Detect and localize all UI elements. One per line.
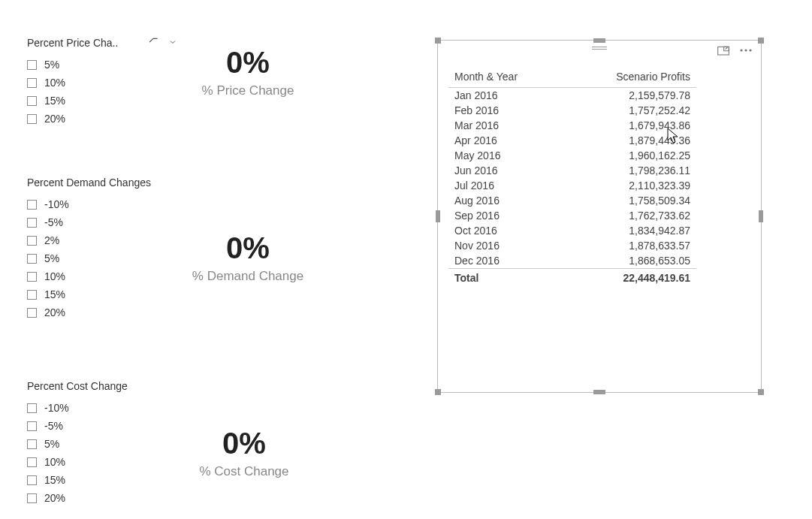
table-cell-value: 1,762,733.62	[564, 208, 696, 223]
card-value: 0%	[146, 233, 349, 263]
table-total-label: Total	[448, 269, 564, 286]
svg-point-2	[744, 49, 747, 51]
checkbox-icon	[27, 403, 37, 413]
slicer-option[interactable]: 20%	[27, 303, 177, 321]
table-cell-month: May 2016	[448, 148, 564, 163]
drag-handle-icon[interactable]	[592, 47, 607, 50]
slicer-option-label: 15%	[44, 288, 65, 300]
table-row[interactable]: Nov 20161,878,633.57	[448, 238, 696, 253]
table-cell-month: Jan 2016	[448, 88, 564, 104]
checkbox-icon	[27, 421, 37, 431]
checkbox-icon	[27, 96, 37, 106]
table-row[interactable]: Oct 20161,834,942.87	[448, 223, 696, 238]
slicer-title: Percent Price Cha..	[27, 37, 149, 49]
checkbox-icon	[27, 78, 37, 88]
resize-handle[interactable]	[759, 210, 763, 222]
slicer-option-label: 5%	[44, 438, 59, 450]
card-cost-change: 0% % Cost Change	[143, 428, 346, 479]
table-cell-month: Jul 2016	[448, 178, 564, 193]
slicer-header: Percent Cost Change	[27, 378, 177, 394]
table-row[interactable]: Mar 20161,679,943.86	[448, 118, 696, 133]
slicer-option-label: 10%	[44, 77, 65, 89]
table-row[interactable]: May 20161,960,162.25	[448, 148, 696, 163]
checkbox-icon	[27, 439, 37, 449]
chevron-down-icon[interactable]	[168, 38, 177, 48]
table-cell-month: Aug 2016	[448, 193, 564, 208]
table-cell-value: 1,679,943.86	[564, 118, 696, 133]
table-row[interactable]: Aug 20161,758,509.34	[448, 193, 696, 208]
checkbox-icon	[27, 60, 37, 70]
focus-mode-icon[interactable]	[717, 45, 729, 56]
checkbox-icon	[27, 272, 37, 282]
slicer-option[interactable]: -5%	[27, 213, 177, 231]
card-value: 0%	[146, 47, 349, 77]
table-cell-value: 1,868,653.05	[564, 253, 696, 269]
more-options-icon[interactable]	[740, 48, 752, 53]
table-row[interactable]: Jul 20162,110,323.39	[448, 178, 696, 193]
checkbox-icon	[27, 114, 37, 124]
table-cell-value: 1,798,236.11	[564, 163, 696, 178]
slicer-option-label: -10%	[44, 402, 69, 414]
resize-handle[interactable]	[436, 210, 440, 222]
checkbox-icon	[27, 290, 37, 300]
resize-handle[interactable]	[758, 38, 764, 44]
table-visual[interactable]: Month & Year Scenario Profits Jan 20162,…	[437, 40, 762, 393]
table-row[interactable]: Feb 20161,757,252.42	[448, 103, 696, 118]
table-cell-month: Oct 2016	[448, 223, 564, 238]
checkbox-icon	[27, 218, 37, 228]
slicer-header: Percent Demand Changes	[27, 174, 177, 191]
table-cell-value: 1,834,942.87	[564, 223, 696, 238]
svg-point-1	[740, 49, 742, 51]
checkbox-icon	[27, 254, 37, 264]
scenario-profits-table: Month & Year Scenario Profits Jan 20162,…	[448, 68, 696, 285]
table-cell-value: 1,758,509.34	[564, 193, 696, 208]
svg-point-3	[749, 49, 751, 51]
table-cell-month: Jun 2016	[448, 163, 564, 178]
table-cell-month: Dec 2016	[448, 253, 564, 269]
slicer-option-label: 10%	[44, 456, 65, 468]
slicer-option-label: -10%	[44, 198, 69, 210]
slicer-option-label: 20%	[44, 306, 65, 318]
table-row[interactable]: Jun 20161,798,236.11	[448, 163, 696, 178]
table-cell-value: 1,960,162.25	[564, 148, 696, 163]
checkbox-icon	[27, 308, 37, 318]
card-value: 0%	[143, 428, 346, 458]
table-total-value: 22,448,419.61	[564, 269, 696, 286]
table-total-row: Total 22,448,419.61	[448, 269, 696, 286]
slicer-option-label: -5%	[44, 420, 63, 432]
resize-handle[interactable]	[593, 38, 605, 43]
table-cell-value: 1,878,633.57	[564, 238, 696, 253]
table-cell-value: 1,879,449.36	[564, 133, 696, 148]
table-row[interactable]: Apr 20161,879,449.36	[448, 133, 696, 148]
card-demand-change: 0% % Demand Change	[146, 233, 349, 284]
resize-handle[interactable]	[758, 389, 764, 395]
slicer-title: Percent Demand Changes	[27, 177, 177, 189]
slicer-option-label: 15%	[44, 474, 65, 486]
slicer-option-label: 5%	[44, 252, 59, 264]
slicer-option[interactable]: 20%	[27, 489, 177, 507]
resize-handle[interactable]	[593, 390, 605, 394]
slicer-option-label: -5%	[44, 216, 63, 228]
slicer-option[interactable]: -10%	[27, 195, 177, 213]
slicer-option-label: 10%	[44, 270, 65, 282]
visual-header	[717, 45, 752, 56]
card-label: % Cost Change	[143, 464, 346, 479]
table-header-profit[interactable]: Scenario Profits	[564, 68, 696, 88]
table-header-month[interactable]: Month & Year	[448, 68, 564, 88]
table-cell-value: 2,159,579.78	[564, 88, 696, 104]
slicer-option[interactable]: 20%	[27, 110, 177, 128]
table-row[interactable]: Jan 20162,159,579.78	[448, 88, 696, 104]
table-cell-month: Nov 2016	[448, 238, 564, 253]
table-row[interactable]: Dec 20161,868,653.05	[448, 253, 696, 269]
table-cell-value: 2,110,323.39	[564, 178, 696, 193]
slicer-option[interactable]: -10%	[27, 399, 177, 417]
table-cell-month: Feb 2016	[448, 103, 564, 118]
card-label: % Demand Change	[146, 269, 349, 284]
slicer-option-label: 5%	[44, 59, 59, 71]
card-label: % Price Change	[146, 83, 349, 98]
table-row[interactable]: Sep 20161,762,733.62	[448, 208, 696, 223]
resize-handle[interactable]	[435, 389, 441, 395]
slicer-option-label: 2%	[44, 234, 59, 246]
resize-handle[interactable]	[435, 38, 441, 44]
slicer-option[interactable]: 15%	[27, 285, 177, 303]
